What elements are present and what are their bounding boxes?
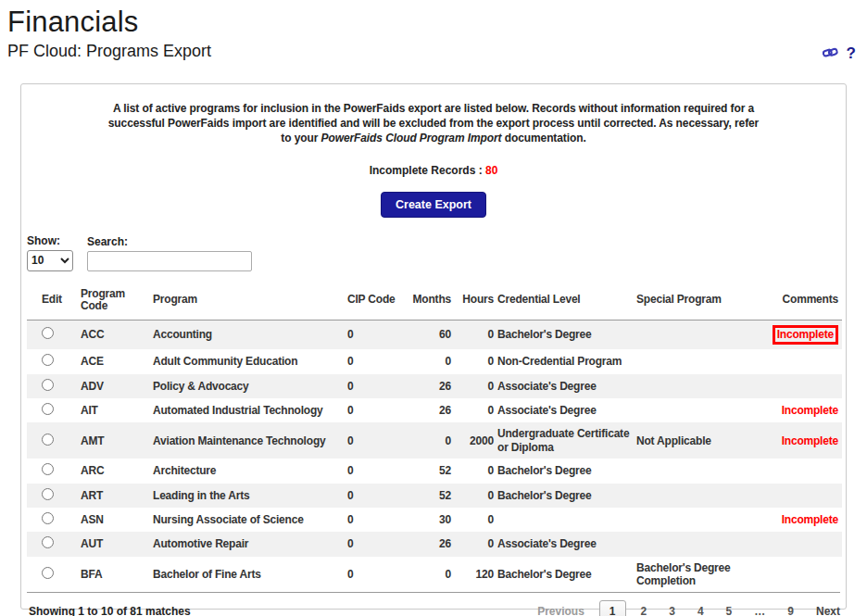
col-header-edit: Edit <box>27 284 81 321</box>
comments-cell <box>772 532 842 556</box>
credential-level-cell: Non-Credential Program <box>497 349 636 373</box>
edit-cell <box>27 459 81 483</box>
pagination-pages: 12345…9 <box>584 600 794 616</box>
edit-cell <box>27 557 81 593</box>
edit-radio[interactable] <box>42 567 54 579</box>
incomplete-badge: Incomplete <box>782 434 838 447</box>
program-cell: Automated Industrial Technology <box>153 398 347 422</box>
cip-code-cell: 0 <box>347 484 408 508</box>
search-control: Search: <box>87 235 252 271</box>
edit-radio[interactable] <box>42 327 54 339</box>
program-code-cell: AMT <box>81 422 153 459</box>
permalink-link-icon[interactable] <box>821 44 838 63</box>
special-program-cell <box>636 459 772 483</box>
edit-radio[interactable] <box>42 379 54 391</box>
special-program-cell <box>636 484 772 508</box>
table-row: ASNNursing Associate of Science0300Incom… <box>27 508 842 532</box>
months-cell: 60 <box>408 321 455 350</box>
show-label: Show: <box>27 234 73 247</box>
edit-cell <box>27 484 81 508</box>
table-row: ACCAccounting0600Bachelor's DegreeIncomp… <box>27 321 842 350</box>
comments-cell <box>772 484 842 508</box>
program-code-cell: ADV <box>81 374 153 398</box>
incomplete-badge-highlighted: Incomplete <box>773 325 838 345</box>
credential-level-cell: Bachelor's Degree <box>497 459 636 483</box>
edit-radio[interactable] <box>42 488 54 500</box>
credential-level-cell: Bachelor's Degree <box>497 484 636 508</box>
edit-radio[interactable] <box>42 463 54 475</box>
hours-cell: 0 <box>455 349 497 373</box>
table-row: AITAutomated Industrial Technology0260As… <box>27 398 842 422</box>
comments-cell <box>772 459 842 483</box>
pagination-page-9[interactable]: 9 <box>787 605 794 616</box>
search-input[interactable] <box>87 251 252 271</box>
intro-text-after: documentation. <box>501 132 585 145</box>
col-header-months: Months <box>408 284 455 321</box>
edit-cell <box>27 321 81 350</box>
edit-radio[interactable] <box>42 434 54 446</box>
program-cell: Adult Community Education <box>153 349 347 373</box>
program-code-cell: BFA <box>81 557 153 593</box>
programs-table: Edit Program Code Program CIP Code Month… <box>27 284 842 593</box>
program-cell: Nursing Associate of Science <box>153 508 347 532</box>
show-select[interactable]: 10 <box>27 250 73 271</box>
months-cell: 26 <box>408 374 455 398</box>
edit-cell <box>27 508 81 532</box>
pagination-page-2[interactable]: 2 <box>641 605 647 616</box>
incomplete-records-label: Incomplete Records : <box>370 164 483 177</box>
header-icons: ? <box>823 44 856 63</box>
create-export-button[interactable]: Create Export <box>381 192 486 218</box>
col-header-special-program: Special Program <box>636 284 772 321</box>
months-cell: 0 <box>408 422 455 459</box>
pagination-page-1[interactable]: 1 <box>599 600 626 616</box>
intro-text: A list of active programs for inclusion … <box>104 101 763 146</box>
table-footer: Showing 1 to 10 of 81 matches Previous 1… <box>27 592 840 616</box>
cip-code-cell: 0 <box>347 422 408 459</box>
program-cell: Aviation Maintenance Technology <box>153 422 347 459</box>
pagination-page-4[interactable]: 4 <box>697 605 704 616</box>
comments-cell <box>772 374 842 398</box>
cip-code-cell: 0 <box>347 508 408 532</box>
credential-level-cell <box>497 508 636 532</box>
page-subtitle: PF Cloud: Programs Export <box>7 42 858 61</box>
col-header-hours: Hours <box>455 284 497 321</box>
help-icon[interactable]: ? <box>847 44 856 63</box>
programs-export-panel: A list of active programs for inclusion … <box>20 83 847 610</box>
special-program-cell: Not Applicable <box>636 422 772 459</box>
credential-level-cell: Associate's Degree <box>497 374 636 398</box>
pagination-page-5[interactable]: 5 <box>726 605 733 616</box>
cip-code-cell: 0 <box>347 459 408 483</box>
col-header-comments: Comments <box>772 284 842 321</box>
credential-level-cell: Associate's Degree <box>497 398 636 422</box>
months-cell: 0 <box>408 557 455 593</box>
special-program-cell <box>636 508 772 532</box>
months-cell: 26 <box>408 532 455 556</box>
edit-cell <box>27 398 81 422</box>
cip-code-cell: 0 <box>347 321 408 350</box>
table-row: ACEAdult Community Education000Non-Crede… <box>27 349 842 373</box>
pagination-page-3[interactable]: 3 <box>669 605 675 616</box>
edit-radio[interactable] <box>42 536 54 548</box>
create-export-row: Create Export <box>27 192 840 218</box>
special-program-cell: Bachelor's Degree Completion <box>636 557 772 593</box>
table-controls: Show: 10 Search: <box>27 234 840 271</box>
program-cell: Bachelor of Fine Arts <box>153 557 347 593</box>
credential-level-cell: Associate's Degree <box>497 532 636 556</box>
col-header-cip-code: CIP Code <box>347 284 408 321</box>
credential-level-cell: Undergraduate Certificate or Diploma <box>497 422 636 459</box>
program-code-cell: AUT <box>81 532 153 556</box>
hours-cell: 0 <box>455 532 497 556</box>
show-control: Show: 10 <box>27 234 73 271</box>
pagination-next-button[interactable]: Next <box>816 605 840 616</box>
program-cell: Leading in the Arts <box>153 484 347 508</box>
cip-code-cell: 0 <box>347 557 408 593</box>
edit-radio[interactable] <box>42 403 54 415</box>
edit-cell <box>27 349 81 373</box>
program-code-cell: ACC <box>81 321 153 350</box>
edit-radio[interactable] <box>42 512 54 524</box>
col-header-program: Program <box>153 284 347 321</box>
months-cell: 0 <box>408 349 455 373</box>
edit-cell <box>27 374 81 398</box>
edit-radio[interactable] <box>42 354 54 366</box>
pagination-previous-button[interactable]: Previous <box>537 605 584 616</box>
